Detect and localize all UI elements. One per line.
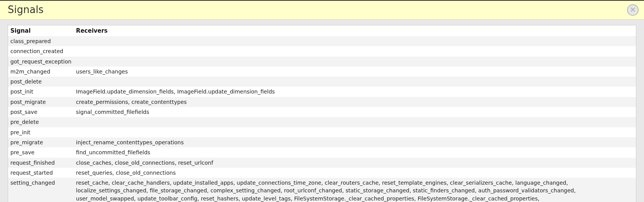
receivers-cell: signal_committed_filefields [74, 107, 636, 117]
close-button[interactable] [627, 4, 639, 16]
close-icon [630, 7, 636, 13]
signal-cell: post_save [8, 107, 74, 117]
table-row: pre_migrateinject_rename_contenttypes_op… [8, 137, 636, 147]
receivers-cell: inject_rename_contenttypes_operations [74, 137, 636, 147]
signal-cell: request_started [8, 168, 74, 178]
signal-cell: setting_changed [8, 178, 74, 202]
signal-cell: post_migrate [8, 97, 74, 107]
receivers-cell: reset_cache, clear_cache_handlers, updat… [74, 178, 636, 202]
receivers-cell [74, 36, 636, 46]
signal-cell: post_delete [8, 77, 74, 87]
table-row: request_finishedclose_caches, close_old_… [8, 158, 636, 168]
signal-cell: pre_migrate [8, 137, 74, 147]
table-row: post_delete [8, 77, 636, 87]
receivers-cell [74, 117, 636, 127]
signal-cell: pre_save [8, 147, 74, 157]
signal-cell: class_prepared [8, 36, 74, 46]
panel-title: Signals [8, 4, 636, 15]
signal-cell: pre_init [8, 127, 74, 137]
receivers-cell: reset_queries, close_old_connections [74, 168, 636, 178]
signal-cell: connection_created [8, 46, 74, 56]
receivers-cell: create_permissions, create_contenttypes [74, 97, 636, 107]
table-row: post_initImageField.update_dimension_fie… [8, 87, 636, 97]
column-header-signal: Signal [8, 25, 74, 37]
signal-cell: pre_delete [8, 117, 74, 127]
table-row: setting_changedreset_cache, clear_cache_… [8, 178, 636, 202]
signal-cell: request_finished [8, 158, 74, 168]
panel-header: Signals [0, 1, 644, 20]
table-row: pre_delete [8, 117, 636, 127]
receivers-cell [74, 77, 636, 87]
receivers-cell: find_uncommitted_filefields [74, 147, 636, 157]
signals-table: Signal Receivers class_preparedconnectio… [8, 25, 636, 202]
signal-cell: got_request_exception [8, 57, 74, 67]
signals-table-body: class_preparedconnection_createdgot_requ… [8, 36, 636, 202]
table-header-row: Signal Receivers [8, 25, 636, 37]
receivers-cell [74, 57, 636, 67]
receivers-cell: ImageField.update_dimension_fields, Imag… [74, 87, 636, 97]
receivers-cell [74, 127, 636, 137]
receivers-cell [74, 46, 636, 56]
table-row: class_prepared [8, 36, 636, 46]
receivers-cell: close_caches, close_old_connections, res… [74, 158, 636, 168]
column-header-receivers: Receivers [74, 25, 636, 37]
receivers-cell: users_like_changes [74, 67, 636, 77]
table-row: connection_created [8, 46, 636, 56]
table-row: request_startedreset_queries, close_old_… [8, 168, 636, 178]
signal-cell: post_init [8, 87, 74, 97]
table-row: got_request_exception [8, 57, 636, 67]
table-row: post_savesignal_committed_filefields [8, 107, 636, 117]
table-row: pre_init [8, 127, 636, 137]
signal-cell: m2m_changed [8, 67, 74, 77]
table-row: pre_savefind_uncommitted_filefields [8, 147, 636, 157]
table-row: post_migratecreate_permissions, create_c… [8, 97, 636, 107]
table-row: m2m_changedusers_like_changes [8, 67, 636, 77]
panel-content: Signal Receivers class_preparedconnectio… [0, 20, 644, 202]
